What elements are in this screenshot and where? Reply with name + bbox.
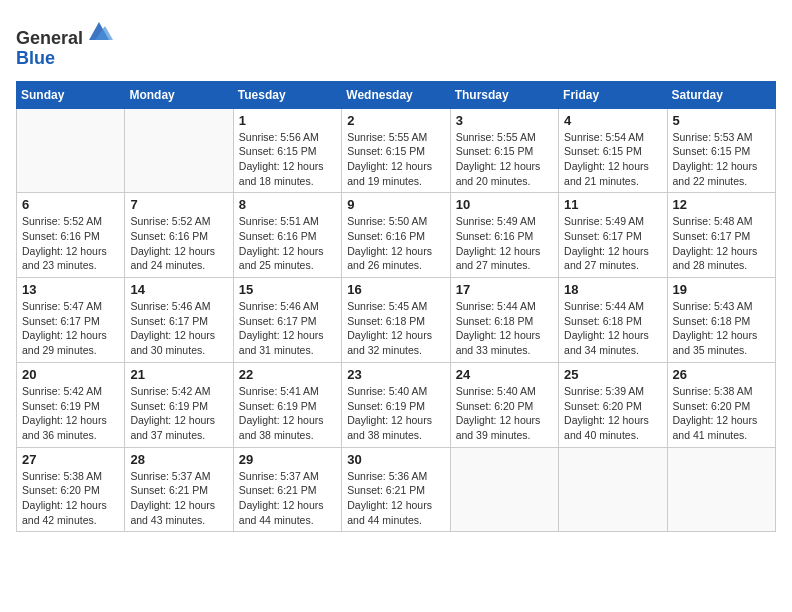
day-info: Sunrise: 5:46 AM Sunset: 6:17 PM Dayligh… bbox=[130, 299, 227, 358]
day-info: Sunrise: 5:53 AM Sunset: 6:15 PM Dayligh… bbox=[673, 130, 770, 189]
day-info: Sunrise: 5:44 AM Sunset: 6:18 PM Dayligh… bbox=[564, 299, 661, 358]
day-cell: 23Sunrise: 5:40 AM Sunset: 6:19 PM Dayli… bbox=[342, 362, 450, 447]
day-number: 8 bbox=[239, 197, 336, 212]
day-number: 23 bbox=[347, 367, 444, 382]
day-cell: 11Sunrise: 5:49 AM Sunset: 6:17 PM Dayli… bbox=[559, 193, 667, 278]
day-info: Sunrise: 5:42 AM Sunset: 6:19 PM Dayligh… bbox=[22, 384, 119, 443]
day-info: Sunrise: 5:49 AM Sunset: 6:16 PM Dayligh… bbox=[456, 214, 553, 273]
day-cell: 21Sunrise: 5:42 AM Sunset: 6:19 PM Dayli… bbox=[125, 362, 233, 447]
day-number: 1 bbox=[239, 113, 336, 128]
day-cell: 9Sunrise: 5:50 AM Sunset: 6:16 PM Daylig… bbox=[342, 193, 450, 278]
page-header: General Blue bbox=[16, 16, 776, 69]
day-cell: 24Sunrise: 5:40 AM Sunset: 6:20 PM Dayli… bbox=[450, 362, 558, 447]
calendar-table: SundayMondayTuesdayWednesdayThursdayFrid… bbox=[16, 81, 776, 533]
day-info: Sunrise: 5:55 AM Sunset: 6:15 PM Dayligh… bbox=[347, 130, 444, 189]
day-info: Sunrise: 5:38 AM Sunset: 6:20 PM Dayligh… bbox=[673, 384, 770, 443]
day-cell bbox=[559, 447, 667, 532]
day-cell: 20Sunrise: 5:42 AM Sunset: 6:19 PM Dayli… bbox=[17, 362, 125, 447]
day-number: 4 bbox=[564, 113, 661, 128]
logo: General Blue bbox=[16, 16, 113, 69]
col-header-thursday: Thursday bbox=[450, 81, 558, 108]
day-cell bbox=[450, 447, 558, 532]
day-cell: 10Sunrise: 5:49 AM Sunset: 6:16 PM Dayli… bbox=[450, 193, 558, 278]
day-info: Sunrise: 5:52 AM Sunset: 6:16 PM Dayligh… bbox=[130, 214, 227, 273]
day-info: Sunrise: 5:48 AM Sunset: 6:17 PM Dayligh… bbox=[673, 214, 770, 273]
day-cell: 2Sunrise: 5:55 AM Sunset: 6:15 PM Daylig… bbox=[342, 108, 450, 193]
day-info: Sunrise: 5:39 AM Sunset: 6:20 PM Dayligh… bbox=[564, 384, 661, 443]
day-info: Sunrise: 5:52 AM Sunset: 6:16 PM Dayligh… bbox=[22, 214, 119, 273]
day-cell: 6Sunrise: 5:52 AM Sunset: 6:16 PM Daylig… bbox=[17, 193, 125, 278]
day-cell: 5Sunrise: 5:53 AM Sunset: 6:15 PM Daylig… bbox=[667, 108, 775, 193]
day-cell: 15Sunrise: 5:46 AM Sunset: 6:17 PM Dayli… bbox=[233, 278, 341, 363]
day-cell: 14Sunrise: 5:46 AM Sunset: 6:17 PM Dayli… bbox=[125, 278, 233, 363]
week-row-2: 6Sunrise: 5:52 AM Sunset: 6:16 PM Daylig… bbox=[17, 193, 776, 278]
day-number: 22 bbox=[239, 367, 336, 382]
day-cell: 22Sunrise: 5:41 AM Sunset: 6:19 PM Dayli… bbox=[233, 362, 341, 447]
day-number: 19 bbox=[673, 282, 770, 297]
day-number: 5 bbox=[673, 113, 770, 128]
day-info: Sunrise: 5:42 AM Sunset: 6:19 PM Dayligh… bbox=[130, 384, 227, 443]
day-cell: 4Sunrise: 5:54 AM Sunset: 6:15 PM Daylig… bbox=[559, 108, 667, 193]
day-number: 30 bbox=[347, 452, 444, 467]
week-row-1: 1Sunrise: 5:56 AM Sunset: 6:15 PM Daylig… bbox=[17, 108, 776, 193]
day-number: 21 bbox=[130, 367, 227, 382]
day-cell: 8Sunrise: 5:51 AM Sunset: 6:16 PM Daylig… bbox=[233, 193, 341, 278]
col-header-tuesday: Tuesday bbox=[233, 81, 341, 108]
col-header-sunday: Sunday bbox=[17, 81, 125, 108]
day-info: Sunrise: 5:37 AM Sunset: 6:21 PM Dayligh… bbox=[130, 469, 227, 528]
day-number: 9 bbox=[347, 197, 444, 212]
day-cell: 28Sunrise: 5:37 AM Sunset: 6:21 PM Dayli… bbox=[125, 447, 233, 532]
day-cell bbox=[667, 447, 775, 532]
day-info: Sunrise: 5:45 AM Sunset: 6:18 PM Dayligh… bbox=[347, 299, 444, 358]
day-number: 26 bbox=[673, 367, 770, 382]
logo-icon bbox=[85, 16, 113, 44]
day-cell: 25Sunrise: 5:39 AM Sunset: 6:20 PM Dayli… bbox=[559, 362, 667, 447]
day-cell: 3Sunrise: 5:55 AM Sunset: 6:15 PM Daylig… bbox=[450, 108, 558, 193]
day-number: 13 bbox=[22, 282, 119, 297]
week-row-4: 20Sunrise: 5:42 AM Sunset: 6:19 PM Dayli… bbox=[17, 362, 776, 447]
day-cell: 29Sunrise: 5:37 AM Sunset: 6:21 PM Dayli… bbox=[233, 447, 341, 532]
day-number: 7 bbox=[130, 197, 227, 212]
day-info: Sunrise: 5:56 AM Sunset: 6:15 PM Dayligh… bbox=[239, 130, 336, 189]
day-number: 12 bbox=[673, 197, 770, 212]
day-info: Sunrise: 5:41 AM Sunset: 6:19 PM Dayligh… bbox=[239, 384, 336, 443]
day-number: 27 bbox=[22, 452, 119, 467]
day-cell: 13Sunrise: 5:47 AM Sunset: 6:17 PM Dayli… bbox=[17, 278, 125, 363]
day-number: 24 bbox=[456, 367, 553, 382]
col-header-monday: Monday bbox=[125, 81, 233, 108]
day-info: Sunrise: 5:38 AM Sunset: 6:20 PM Dayligh… bbox=[22, 469, 119, 528]
day-cell: 26Sunrise: 5:38 AM Sunset: 6:20 PM Dayli… bbox=[667, 362, 775, 447]
day-cell: 19Sunrise: 5:43 AM Sunset: 6:18 PM Dayli… bbox=[667, 278, 775, 363]
day-number: 10 bbox=[456, 197, 553, 212]
day-number: 25 bbox=[564, 367, 661, 382]
day-cell: 1Sunrise: 5:56 AM Sunset: 6:15 PM Daylig… bbox=[233, 108, 341, 193]
day-info: Sunrise: 5:54 AM Sunset: 6:15 PM Dayligh… bbox=[564, 130, 661, 189]
day-info: Sunrise: 5:43 AM Sunset: 6:18 PM Dayligh… bbox=[673, 299, 770, 358]
logo-text-general: General bbox=[16, 28, 83, 48]
day-info: Sunrise: 5:55 AM Sunset: 6:15 PM Dayligh… bbox=[456, 130, 553, 189]
day-info: Sunrise: 5:51 AM Sunset: 6:16 PM Dayligh… bbox=[239, 214, 336, 273]
day-info: Sunrise: 5:46 AM Sunset: 6:17 PM Dayligh… bbox=[239, 299, 336, 358]
day-info: Sunrise: 5:47 AM Sunset: 6:17 PM Dayligh… bbox=[22, 299, 119, 358]
day-number: 2 bbox=[347, 113, 444, 128]
week-row-5: 27Sunrise: 5:38 AM Sunset: 6:20 PM Dayli… bbox=[17, 447, 776, 532]
day-cell: 27Sunrise: 5:38 AM Sunset: 6:20 PM Dayli… bbox=[17, 447, 125, 532]
day-cell: 30Sunrise: 5:36 AM Sunset: 6:21 PM Dayli… bbox=[342, 447, 450, 532]
day-number: 29 bbox=[239, 452, 336, 467]
day-info: Sunrise: 5:36 AM Sunset: 6:21 PM Dayligh… bbox=[347, 469, 444, 528]
day-info: Sunrise: 5:44 AM Sunset: 6:18 PM Dayligh… bbox=[456, 299, 553, 358]
day-info: Sunrise: 5:37 AM Sunset: 6:21 PM Dayligh… bbox=[239, 469, 336, 528]
day-number: 3 bbox=[456, 113, 553, 128]
day-number: 14 bbox=[130, 282, 227, 297]
day-cell bbox=[125, 108, 233, 193]
day-cell: 17Sunrise: 5:44 AM Sunset: 6:18 PM Dayli… bbox=[450, 278, 558, 363]
day-cell: 7Sunrise: 5:52 AM Sunset: 6:16 PM Daylig… bbox=[125, 193, 233, 278]
day-info: Sunrise: 5:40 AM Sunset: 6:20 PM Dayligh… bbox=[456, 384, 553, 443]
day-number: 11 bbox=[564, 197, 661, 212]
day-cell: 18Sunrise: 5:44 AM Sunset: 6:18 PM Dayli… bbox=[559, 278, 667, 363]
day-cell: 12Sunrise: 5:48 AM Sunset: 6:17 PM Dayli… bbox=[667, 193, 775, 278]
col-header-saturday: Saturday bbox=[667, 81, 775, 108]
day-cell bbox=[17, 108, 125, 193]
day-info: Sunrise: 5:40 AM Sunset: 6:19 PM Dayligh… bbox=[347, 384, 444, 443]
logo-text-blue: Blue bbox=[16, 48, 55, 68]
